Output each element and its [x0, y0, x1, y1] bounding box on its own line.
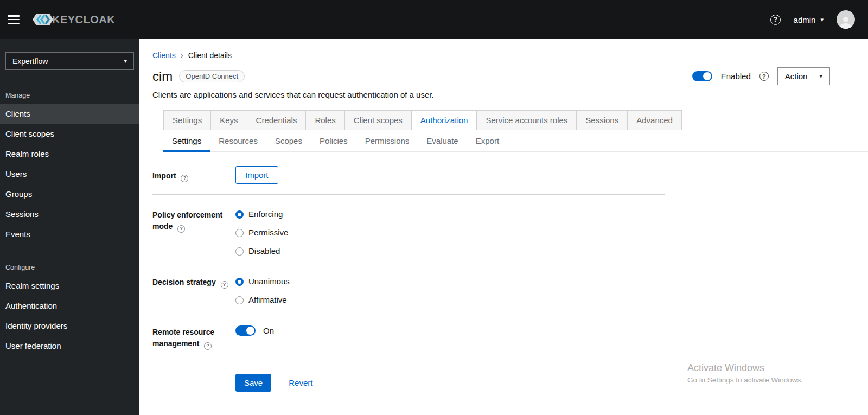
sidebar-item-realm-settings[interactable]: Realm settings: [0, 276, 139, 296]
enabled-toggle[interactable]: [692, 71, 712, 81]
save-button[interactable]: Save: [235, 374, 271, 392]
policy-enforcement-mode-options: Enforcing Permissive Disabled: [235, 208, 665, 257]
radio-checked-icon: [235, 278, 244, 286]
keycloak-logo-icon: [31, 12, 54, 27]
tab-credentials[interactable]: Credentials: [247, 110, 306, 130]
avatar[interactable]: [837, 10, 855, 29]
radio-unanimous[interactable]: Unanimous: [235, 276, 665, 288]
tab-authorization[interactable]: Authorization: [411, 110, 477, 130]
radio-enforcing[interactable]: Enforcing: [235, 208, 665, 220]
tab-service-accounts-roles[interactable]: Service accounts roles: [476, 110, 576, 130]
decision-strategy-options: Unanimous Affirmative: [235, 276, 665, 306]
subtabs-filler: [508, 132, 868, 152]
protocol-badge: OpenID Connect: [179, 70, 245, 82]
sidebar-nav: Manage Clients Client scopes Realm roles…: [0, 87, 139, 356]
radio-icon: [235, 229, 244, 237]
sidebar-item-authentication[interactable]: Authentication: [0, 296, 139, 316]
authorization-settings-form: Import ? Import Policy enforcement mode …: [152, 166, 665, 392]
caret-down-icon: ▾: [819, 73, 822, 79]
sidebar-item-client-scopes[interactable]: Client scopes: [0, 124, 139, 144]
subtab-settings[interactable]: Settings: [163, 132, 210, 152]
user-menu[interactable]: admin ▾: [794, 15, 824, 24]
tab-advanced[interactable]: Advanced: [627, 110, 682, 130]
remote-resource-management-row: Remote resource management ? On: [152, 325, 665, 350]
title-row: cim OpenID Connect Enabled ? Action ▾: [152, 67, 830, 85]
subtab-resources[interactable]: Resources: [210, 132, 266, 152]
enabled-label: Enabled: [721, 72, 751, 81]
radio-affirmative[interactable]: Affirmative: [235, 294, 665, 306]
main-tabs: Settings Keys Credentials Roles Client s…: [163, 110, 868, 130]
radio-permissive[interactable]: Permissive: [235, 227, 665, 239]
breadcrumb: Clients › Client details: [152, 50, 868, 60]
app-root: KEYCLOAK ? admin ▾ Expertflow ▾ Manage: [0, 0, 868, 415]
caret-down-icon: ▾: [124, 58, 127, 64]
nav-section-manage: Manage Clients Client scopes Realm roles…: [0, 87, 139, 244]
caret-down-icon: ▾: [820, 17, 824, 23]
main-content: Clients › Client details cim OpenID Conn…: [139, 39, 868, 415]
header: KEYCLOAK ? admin ▾: [0, 0, 868, 39]
help-icon[interactable]: ?: [770, 15, 781, 25]
sidebar-item-user-federation[interactable]: User federation: [0, 336, 139, 356]
person-icon: [839, 15, 853, 29]
help-icon[interactable]: ?: [760, 72, 769, 81]
username: admin: [794, 15, 816, 24]
subtab-scopes[interactable]: Scopes: [266, 132, 311, 152]
subtab-export[interactable]: Export: [467, 132, 508, 152]
help-icon[interactable]: ?: [181, 175, 188, 182]
authorization-subtabs: Settings Resources Scopes Policies Permi…: [163, 132, 868, 152]
nav-toggle-button[interactable]: [8, 15, 20, 24]
header-right: ? admin ▾: [770, 10, 855, 29]
remote-resource-management-toggle[interactable]: [235, 325, 256, 336]
tab-sessions[interactable]: Sessions: [576, 110, 627, 130]
keycloak-logo: KEYCLOAK: [31, 12, 115, 27]
subtab-permissions[interactable]: Permissions: [356, 132, 418, 152]
breadcrumb-current: Client details: [188, 51, 232, 60]
decision-strategy-row: Decision strategy ? Unanimous Affirmativ…: [152, 276, 665, 306]
policy-enforcement-mode-row: Policy enforcement mode ? Enforcing Perm…: [152, 208, 665, 257]
sidebar: Expertflow ▾ Manage Clients Client scope…: [0, 39, 139, 415]
sidebar-item-sessions[interactable]: Sessions: [0, 204, 139, 224]
tabs-filler: [682, 110, 868, 130]
sidebar-item-realm-roles[interactable]: Realm roles: [0, 144, 139, 164]
radio-icon: [235, 296, 244, 304]
nav-section-label: Manage: [0, 87, 139, 104]
sidebar-item-events[interactable]: Events: [0, 224, 139, 244]
page-title: cim: [152, 69, 173, 84]
revert-link[interactable]: Revert: [289, 378, 312, 387]
import-button[interactable]: Import: [235, 166, 278, 184]
sidebar-item-clients[interactable]: Clients: [0, 104, 139, 124]
breadcrumb-separator-icon: ›: [181, 50, 183, 60]
tab-roles[interactable]: Roles: [305, 110, 344, 130]
policy-enforcement-mode-label: Policy enforcement mode ?: [152, 208, 235, 233]
toggle-state-label: On: [263, 326, 274, 335]
form-divider: [152, 194, 665, 195]
page-description: Clients are applications and services th…: [152, 90, 855, 99]
tab-keys[interactable]: Keys: [210, 110, 246, 130]
tab-settings[interactable]: Settings: [163, 110, 210, 130]
brand-text: KEYCLOAK: [52, 14, 115, 26]
realm-selector[interactable]: Expertflow ▾: [5, 52, 134, 70]
tab-client-scopes[interactable]: Client scopes: [344, 110, 411, 130]
subtab-policies[interactable]: Policies: [311, 132, 356, 152]
form-actions: Save Revert: [235, 374, 665, 392]
remote-resource-management-toggle-wrap: On: [235, 325, 665, 336]
help-icon[interactable]: ?: [177, 225, 185, 233]
import-label: Import ?: [152, 166, 235, 182]
import-row: Import ? Import: [152, 166, 665, 184]
radio-checked-icon: [235, 210, 244, 219]
radio-icon: [235, 247, 244, 256]
hamburger-icon: [8, 15, 20, 17]
help-icon[interactable]: ?: [221, 281, 228, 289]
action-dropdown[interactable]: Action ▾: [777, 67, 830, 85]
sidebar-item-groups[interactable]: Groups: [0, 184, 139, 204]
windows-activation-watermark: Activate Windows Go to Settings to activ…: [687, 362, 803, 384]
sidebar-item-users[interactable]: Users: [0, 164, 139, 184]
realm-name: Expertflow: [12, 57, 48, 66]
sidebar-item-identity-providers[interactable]: Identity providers: [0, 316, 139, 336]
subtab-evaluate[interactable]: Evaluate: [418, 132, 467, 152]
breadcrumb-clients-link[interactable]: Clients: [152, 51, 176, 60]
help-icon[interactable]: ?: [204, 342, 212, 350]
radio-disabled[interactable]: Disabled: [235, 245, 665, 257]
remote-resource-management-label: Remote resource management ?: [152, 325, 235, 350]
action-label: Action: [785, 72, 808, 81]
